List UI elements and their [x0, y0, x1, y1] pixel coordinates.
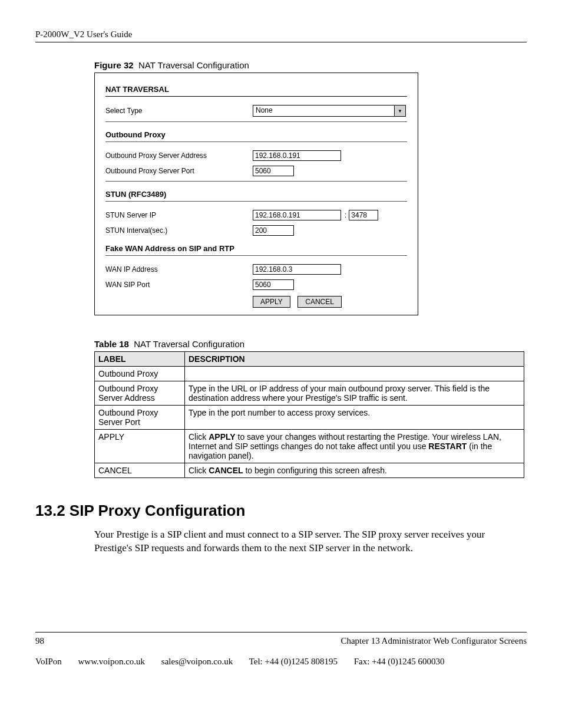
select-type-dropdown[interactable]: None ▼	[253, 105, 406, 117]
wan-port-label: WAN SIP Port	[105, 281, 253, 289]
table-caption-label: Table 18	[94, 339, 129, 349]
table-row: APPLY Click APPLY to save your changes w…	[95, 430, 524, 463]
table-caption-text: NAT Traversal Configuration	[134, 339, 244, 349]
section-heading: 13.2 SIP Proxy Configuration	[35, 502, 527, 520]
footer-fax: Fax: +44 (0)1245 600030	[354, 657, 445, 666]
colon-separator: :	[345, 211, 346, 219]
page-number: 98	[35, 636, 44, 646]
table-row: Outbound Proxy	[95, 367, 524, 381]
stun-title: STUN (RFC3489)	[105, 190, 407, 199]
table-cell-label: Outbound Proxy	[95, 367, 185, 381]
wan-ip-label: WAN IP Address	[105, 265, 253, 274]
table-cell-label: APPLY	[95, 430, 185, 463]
stun-interval-input[interactable]	[253, 225, 294, 236]
footer-email: sales@voipon.co.uk	[161, 657, 233, 666]
nat-traversal-title: NAT TRAVERSAL	[105, 85, 407, 94]
figure-nat-traversal: NAT TRAVERSAL Select Type None ▼ Outboun…	[94, 73, 418, 315]
apply-button[interactable]: APPLY	[253, 296, 290, 308]
divider	[105, 255, 407, 256]
outbound-proxy-title: Outbound Proxy	[105, 130, 407, 139]
table-cell-desc: Click CANCEL to begin configuring this s…	[185, 463, 524, 478]
figure-caption-text: NAT Traversal Configuration	[138, 60, 249, 70]
figure-caption: Figure 32 NAT Traversal Configuration	[94, 60, 527, 70]
nat-config-table: LABEL DESCRIPTION Outbound Proxy Outboun…	[94, 351, 524, 478]
stun-port-input[interactable]	[349, 210, 378, 220]
stun-interval-label: STUN Interval(sec.)	[105, 226, 253, 235]
table-cell-desc	[185, 367, 524, 381]
stun-ip-input[interactable]	[253, 210, 341, 220]
outbound-port-label: Outbound Proxy Server Port	[105, 167, 253, 175]
divider	[105, 201, 407, 202]
divider	[105, 121, 407, 122]
footer-url: www.voipon.co.uk	[78, 657, 146, 666]
table-cell-desc: Type in the URL or IP address of your ma…	[185, 381, 524, 406]
table-cell-desc: Type in the port number to access proxy …	[185, 406, 524, 430]
table-cell-label: CANCEL	[95, 463, 185, 478]
table-cell-desc: Click APPLY to save your changes without…	[185, 430, 524, 463]
outbound-address-label: Outbound Proxy Server Address	[105, 151, 253, 160]
table-cell-label: Outbound Proxy Server Address	[95, 381, 185, 406]
select-type-value: None	[253, 106, 394, 116]
footer-tel: Tel: +44 (0)1245 808195	[249, 657, 338, 666]
footer-company: VoIPon	[35, 657, 62, 666]
wan-ip-input[interactable]	[253, 264, 341, 275]
outbound-address-input[interactable]	[253, 150, 341, 161]
footer-contact: VoIPon www.voipon.co.uk sales@voipon.co.…	[35, 657, 527, 667]
chevron-down-icon[interactable]: ▼	[394, 106, 405, 116]
stun-ip-label: STUN Server IP	[105, 211, 253, 219]
divider	[105, 181, 407, 182]
outbound-port-input[interactable]	[253, 166, 294, 176]
chapter-label: Chapter 13 Administrator Web Configurato…	[340, 636, 527, 646]
table-cell-label: Outbound Proxy Server Port	[95, 406, 185, 430]
fake-wan-title: Fake WAN Address on SIP and RTP	[105, 244, 407, 253]
cancel-button[interactable]: CANCEL	[297, 296, 342, 308]
doc-header: P-2000W_V2 User's Guide	[35, 29, 527, 42]
section-body: Your Prestige is a SIP client and must c…	[94, 528, 524, 555]
table-header-label: LABEL	[95, 352, 185, 367]
table-row: CANCEL Click CANCEL to begin configuring…	[95, 463, 524, 478]
table-header-description: DESCRIPTION	[185, 352, 524, 367]
divider	[105, 96, 407, 97]
table-row: Outbound Proxy Server Port Type in the p…	[95, 406, 524, 430]
figure-caption-label: Figure 32	[94, 60, 134, 70]
table-caption: Table 18 NAT Traversal Configuration	[94, 339, 527, 349]
select-type-label: Select Type	[105, 107, 253, 115]
table-row: Outbound Proxy Server Address Type in th…	[95, 381, 524, 406]
divider	[105, 141, 407, 142]
wan-port-input[interactable]	[253, 279, 294, 290]
